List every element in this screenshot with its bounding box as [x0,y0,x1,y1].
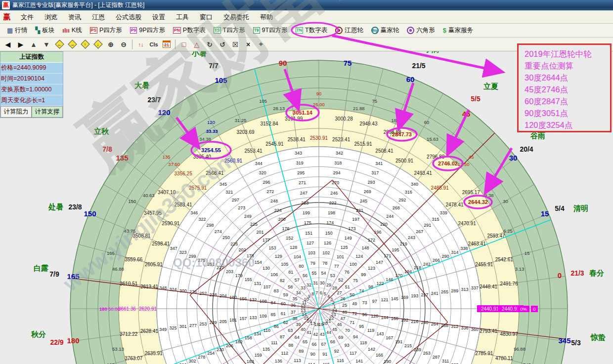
svg-text:128: 128 [290,245,297,250]
svg-text:2628.41: 2628.41 [140,328,159,334]
zoom-in-button[interactable]: ⊕ [105,39,117,50]
winner-service-button[interactable]: $赢家服务 [439,25,477,37]
kline-button[interactable]: ılııK线 [58,25,86,37]
svg-text:70: 70 [345,328,350,333]
svg-text:53.13: 53.13 [112,346,124,352]
main-toolbar: ▦行情▚板块ılııK线PSP四方形P99P四方形PNP数字表TST四方形T99… [0,24,613,38]
menu-item-0[interactable]: 文件 [15,13,39,22]
svg-text:46.88: 46.88 [112,266,124,272]
svg-text:3763.07: 3763.07 [125,356,143,361]
shift-left-button[interactable]: ← [53,39,65,50]
svg-text:296: 296 [263,180,270,185]
next-button[interactable]: ▶ [15,39,27,50]
svg-text:322: 322 [198,217,206,222]
svg-text:18.75: 18.75 [392,118,403,123]
winner-wheel-button[interactable]: Big赢家轮 [367,25,403,37]
menu-item-7[interactable]: 窗口 [194,13,218,22]
svg-text:116: 116 [337,358,344,363]
svg-text:129: 129 [275,254,282,259]
box-x-button[interactable]: ☒ [229,39,241,50]
svg-text:60: 60 [424,120,430,125]
cls-button[interactable]: Cls [148,39,160,50]
svg-text:151: 151 [305,231,312,236]
side-panel-field-1: 时间=20190104 [0,74,63,84]
svg-text:2560.91: 2560.91 [224,158,243,163]
menu-item-2[interactable]: 资讯 [63,13,87,22]
svg-text:85: 85 [271,312,276,317]
svg-text:222: 222 [329,201,337,205]
9t-square-button[interactable]: T99T四方形 [249,25,292,37]
menu-item-3[interactable]: 江恩 [87,13,110,22]
svg-text:155: 155 [245,277,252,282]
svg-text:182: 182 [235,339,243,344]
calc-support-button[interactable]: 计算支撑 [32,106,63,118]
svg-text:342: 342 [336,151,343,156]
t-square-button[interactable]: TST四方形 [210,25,249,37]
calendar-button[interactable]: 21 [161,39,173,50]
updown-button[interactable]: ↑↓ [135,39,147,50]
shift-right-button[interactable]: → [66,39,78,50]
svg-text:273: 273 [238,205,245,210]
side-panel-field-3: 周天变化步长=1 [0,95,63,106]
toolbar-label: 江恩轮 [345,26,363,35]
zoom-out-button[interactable]: ⊖ [118,39,130,50]
rect-tool-button[interactable]: □ [178,39,190,50]
9p-square-button[interactable]: P99P四方形 [126,25,169,37]
svg-text:92: 92 [334,349,339,354]
quotes-button[interactable]: ▦行情 [3,25,31,37]
svg-text:218: 218 [414,265,421,270]
svg-text:3457.95: 3457.95 [144,210,162,216]
svg-text:3661.36: 3661.36 [118,306,136,312]
svg-text:265: 265 [441,289,448,294]
svg-text:150: 150 [325,231,333,236]
svg-text:156: 156 [239,296,247,301]
t-number-table-button[interactable]: TNT数字表 [292,25,331,37]
svg-text:2500.91: 2500.91 [395,158,414,163]
pointer-tool-button[interactable]: ⌖ [255,39,267,50]
rotate-ccw-button[interactable]: ↺ [217,39,228,50]
shift-down-button[interactable]: ↓ [92,39,104,50]
gann-wheel-button[interactable]: 江恩轮 [331,25,367,37]
svg-text:179: 179 [235,273,243,278]
toolbar-label: 六角形 [416,26,435,35]
svg-text:346: 346 [190,210,198,215]
rotate-cw-button[interactable]: ↻ [204,39,216,50]
season-label: 大暑 [134,81,149,89]
menu-item-6[interactable]: 工具 [171,13,194,22]
svg-text:170: 170 [395,273,402,278]
svg-text:50: 50 [350,292,354,297]
menu-item-8[interactable]: 交易委托 [218,13,255,22]
svg-text:2590.91: 2590.91 [162,221,180,226]
svg-text:69: 69 [338,335,343,340]
menu-item-5[interactable]: 设置 [147,13,171,22]
menu-item-9[interactable]: 帮助 [255,13,278,22]
page-down-button[interactable]: ▼ [41,39,52,50]
svg-text:2530.91: 2530.91 [310,135,328,141]
svg-text:2796.88: 2796.88 [427,154,445,160]
menu-item-4[interactable]: 公式选股 [110,13,147,22]
prev-button[interactable]: ◀ [2,39,14,50]
p-square-button[interactable]: PSP四方形 [86,25,126,37]
svg-text:30: 30 [320,281,325,285]
hexagon-button[interactable]: 六角形 [403,25,439,37]
menu-item-1[interactable]: 浏览 [39,13,63,22]
svg-text:99: 99 [361,272,366,277]
shift-up-button[interactable]: ↑ [79,39,91,50]
svg-text:200: 200 [278,217,286,222]
svg-text:3101.99: 3101.99 [285,116,303,121]
page-up-button[interactable]: ▲ [28,39,40,50]
svg-text:114: 114 [308,362,315,364]
p-number-table-button[interactable]: PNP数字表 [169,25,210,37]
svg-text:241: 241 [431,291,438,296]
svg-text:204: 204 [219,293,227,298]
center-x-button[interactable]: × [242,39,254,50]
svg-text:2620.91: 2620.91 [139,306,157,312]
svg-text:345: 345 [523,362,531,364]
svg-text:120: 120 [158,108,170,117]
sectors-button[interactable]: ▚板块 [31,25,58,37]
svg-text:223: 223 [301,201,308,205]
season-label: 处暑 [48,202,63,211]
svg-text:62: 62 [283,320,288,325]
calc-resistance-button[interactable]: 计算阻力 [0,106,32,118]
triangle-tool-button[interactable]: △ [191,39,203,50]
